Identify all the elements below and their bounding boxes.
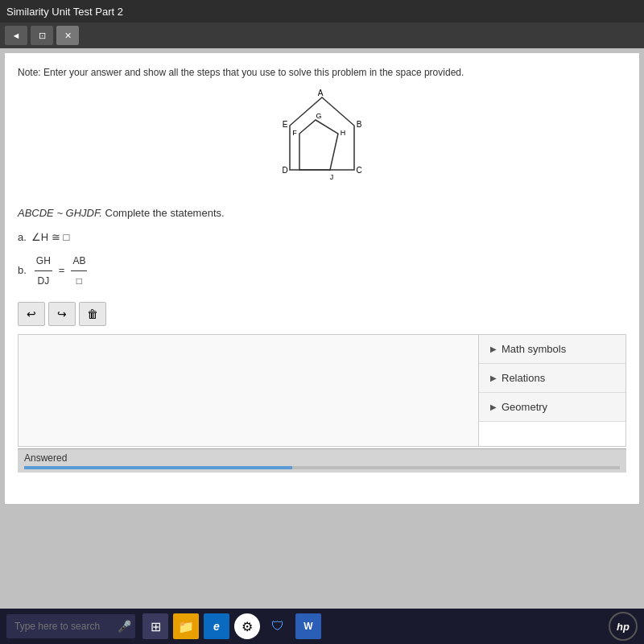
answer-input-area[interactable] — [18, 334, 479, 447]
taskbar-grid-icon[interactable]: ⊞ — [142, 613, 168, 639]
stmt-a-label: a. — [18, 227, 27, 248]
taskbar-word-icon[interactable]: W — [295, 613, 321, 639]
fraction-ab-box: AB □ — [71, 251, 87, 291]
answer-toolbar: ↩ ↪ 🗑 — [18, 302, 626, 326]
hp-logo: hp — [609, 612, 638, 641]
label-F: F — [292, 129, 297, 137]
figure-container: A B C D E G H J F — [18, 89, 626, 194]
label-H: H — [341, 129, 346, 137]
undo-button[interactable]: ↩ — [18, 302, 45, 326]
relations-item[interactable]: ▶ Relations — [479, 364, 625, 393]
geometry-label: Geometry — [502, 401, 547, 413]
back-button[interactable]: ◄ — [5, 26, 27, 45]
statement-a: a. ∠H ≅ □ — [18, 227, 626, 248]
progress-bar-fill — [24, 466, 292, 469]
problem-text: ABCDE ~ GHJDF. Complete the statements. — [18, 207, 626, 219]
main-content: Note: Enter your answer and show all the… — [5, 53, 639, 504]
label-B: B — [357, 120, 362, 129]
taskbar: 🎤 ⊞ 📁 e ⚙ 🛡 W hp — [0, 609, 644, 644]
page-title: Similarity Unit Test Part 2 — [6, 6, 123, 18]
label-G: G — [316, 112, 321, 120]
taskbar-shield-icon[interactable]: 🛡 — [265, 613, 291, 639]
stmt-b-label: b. — [18, 260, 27, 281]
mic-icon: 🎤 — [118, 620, 131, 633]
close-button[interactable]: ✕ — [56, 26, 79, 45]
math-symbols-arrow: ▶ — [490, 345, 497, 353]
redo-button[interactable]: ↪ — [48, 302, 76, 326]
tab-bar: ◄ ⊡ ✕ — [0, 23, 644, 48]
statement-b: b. GH DJ = AB □ — [18, 251, 626, 291]
taskbar-chrome-icon[interactable]: ⚙ — [234, 613, 260, 639]
math-symbols-item[interactable]: ▶ Math symbols — [479, 335, 625, 364]
geometry-figure: A B C D E G H J F — [258, 89, 386, 194]
svg-marker-1 — [299, 120, 338, 170]
status-text: Answered — [24, 452, 67, 464]
relations-label: Relations — [502, 372, 545, 384]
delete-button[interactable]: 🗑 — [79, 302, 106, 326]
status-bar: Answered — [18, 448, 626, 473]
geometry-arrow: ▶ — [490, 402, 497, 411]
statements: a. ∠H ≅ □ b. GH DJ = AB □ — [18, 227, 626, 291]
note-text: Note: Enter your answer and show all the… — [18, 66, 626, 80]
taskbar-edge-icon[interactable]: e — [204, 613, 229, 639]
title-bar: Similarity Unit Test Part 2 — [0, 0, 644, 23]
search-input[interactable] — [6, 614, 135, 638]
geometry-item[interactable]: ▶ Geometry — [479, 393, 625, 422]
stmt-a-text: ∠H ≅ □ — [31, 227, 69, 248]
label-J: J — [330, 173, 334, 181]
answer-row: ▶ Math symbols ▶ Relations ▶ Geometry — [18, 334, 626, 447]
side-panel: ▶ Math symbols ▶ Relations ▶ Geometry — [479, 334, 626, 447]
progress-bar-container — [24, 466, 620, 469]
relations-arrow: ▶ — [490, 374, 497, 382]
similarity-statement: ABCDE ~ GHJDF. — [18, 207, 105, 219]
fraction-gh-dj: GH DJ — [35, 251, 52, 291]
label-D: D — [282, 166, 287, 175]
label-A: A — [318, 89, 324, 97]
math-symbols-label: Math symbols — [502, 343, 566, 355]
label-C: C — [356, 166, 361, 175]
taskbar-folder-icon[interactable]: 📁 — [173, 613, 199, 639]
label-E: E — [283, 120, 288, 129]
forward-button[interactable]: ⊡ — [31, 26, 53, 45]
